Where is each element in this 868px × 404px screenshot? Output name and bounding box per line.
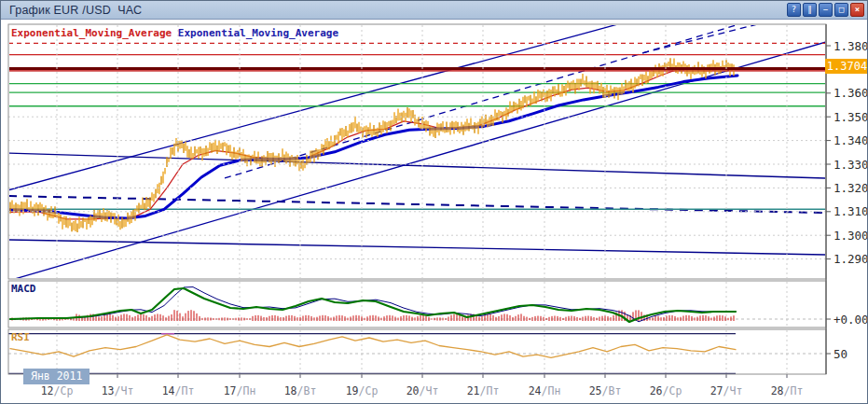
date-label: 18/Вт	[284, 384, 317, 397]
month-badge: Янв 2011	[23, 369, 90, 384]
chart-canvas[interactable]	[1, 1, 868, 404]
date-label: 21/Пт	[467, 384, 500, 397]
date-label: 17/Пн	[224, 384, 256, 397]
chart-window: График EUR /USD ЧАС ? ∥ − □ × Exponentia…	[0, 0, 868, 404]
price-axis-label: 1.3500	[834, 110, 868, 124]
date-label: 28/Пт	[771, 384, 804, 397]
price-axis-label: 1.3200	[834, 181, 868, 195]
price-axis-label: 1.3600	[834, 86, 868, 100]
date-label: 12/Ср	[41, 384, 74, 397]
price-axis-label: 1.3800	[834, 39, 868, 53]
macd-pane-label: MACD	[11, 283, 36, 295]
date-label: 13/Чт	[102, 384, 134, 397]
date-label: 26/Ср	[650, 384, 682, 397]
rsi-50-label: 50	[834, 347, 847, 361]
indicator-legend: Exponential_Moving_Average Exponential_M…	[11, 27, 338, 39]
price-axis-label: 1.3300	[834, 158, 868, 172]
price-axis-label: 1.3100	[834, 204, 868, 218]
date-label: 25/Вт	[589, 384, 622, 397]
ema-fast-legend-label: Exponential_Moving_Average	[11, 27, 172, 39]
date-label: 24/Пн	[529, 384, 561, 397]
price-axis-label: 1.3400	[834, 133, 868, 147]
price-axis-label: 1.3000	[834, 229, 868, 243]
ema-slow-legend-label: Exponential_Moving_Average	[178, 27, 338, 39]
date-label: 20/Чт	[406, 384, 439, 397]
macd-zero-label: +0.00	[834, 313, 868, 327]
current-price-badge: 1.3704	[825, 59, 868, 74]
price-axis-label: 1.2900	[834, 252, 868, 266]
rsi-pane-label: RSI	[11, 331, 30, 343]
date-label: 14/Пт	[162, 384, 195, 397]
date-label: 19/Ср	[346, 384, 379, 397]
date-label: 27/Чт	[710, 384, 743, 397]
